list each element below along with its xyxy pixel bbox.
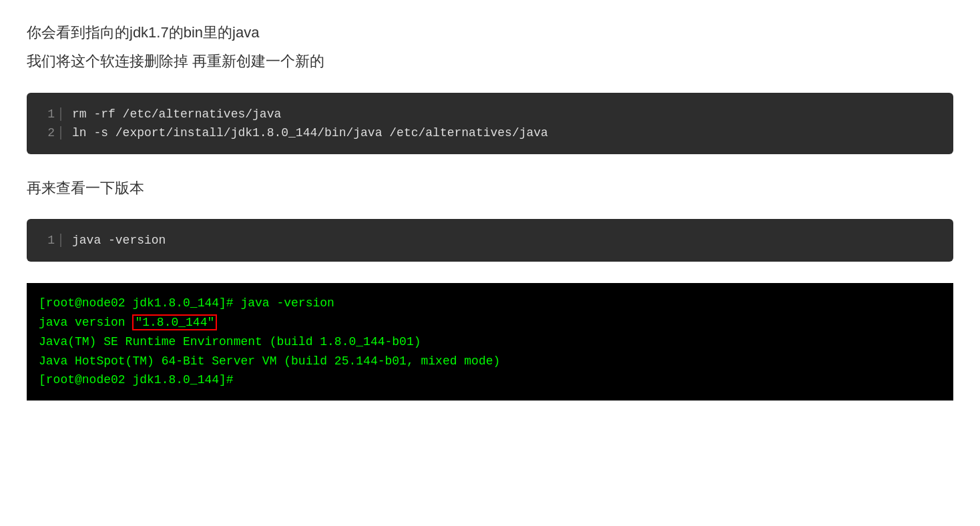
terminal-line-2: java version "1.8.0_144" [39, 313, 941, 332]
terminal-line-4: Java HotSpot(TM) 64-Bit Server VM (build… [39, 352, 941, 371]
line-number-2: 2 [27, 126, 60, 140]
terminal-line-1: [root@node02 jdk1.8.0_144]# java -versio… [39, 294, 941, 313]
code-text-1: rm -rf /etc/alternatives/java [72, 107, 281, 121]
code-line-3: 1 java -version [27, 231, 953, 250]
intro-text-block: 你会看到指向的jdk1.7的bin里的java 我们将这个软连接删除掉 再重新创… [27, 20, 953, 74]
terminal-line-3: Java(TM) SE Runtime Environment (build 1… [39, 332, 941, 352]
terminal-line-5: [root@node02 jdk1.8.0_144]# [39, 370, 941, 390]
code-block-2: 1 java -version [27, 219, 953, 262]
code-line-1: 1 rm -rf /etc/alternatives/java [27, 105, 953, 123]
line-divider-1 [60, 107, 61, 121]
code-text-2: ln -s /export/install/jdk1.8.0_144/bin/j… [72, 126, 548, 140]
terminal-output: [root@node02 jdk1.8.0_144]# java -versio… [27, 283, 953, 401]
line-number-3: 1 [27, 234, 60, 247]
intro-line-1: 你会看到指向的jdk1.7的bin里的java [27, 20, 953, 45]
code-block-1: 1 rm -rf /etc/alternatives/java 2 ln -s … [27, 93, 953, 154]
prose-block-2: 再来查看一下版本 [27, 176, 953, 200]
line-number-1: 1 [27, 107, 60, 121]
version-highlight: "1.8.0_144" [132, 314, 217, 330]
code-text-3: java -version [72, 234, 166, 247]
line-divider-2 [60, 126, 61, 140]
line-divider-3 [60, 234, 61, 247]
prose-line-check-version: 再来查看一下版本 [27, 176, 953, 200]
intro-line-2: 我们将这个软连接删除掉 再重新创建一个新的 [27, 49, 953, 73]
code-line-2: 2 ln -s /export/install/jdk1.8.0_144/bin… [27, 123, 953, 142]
